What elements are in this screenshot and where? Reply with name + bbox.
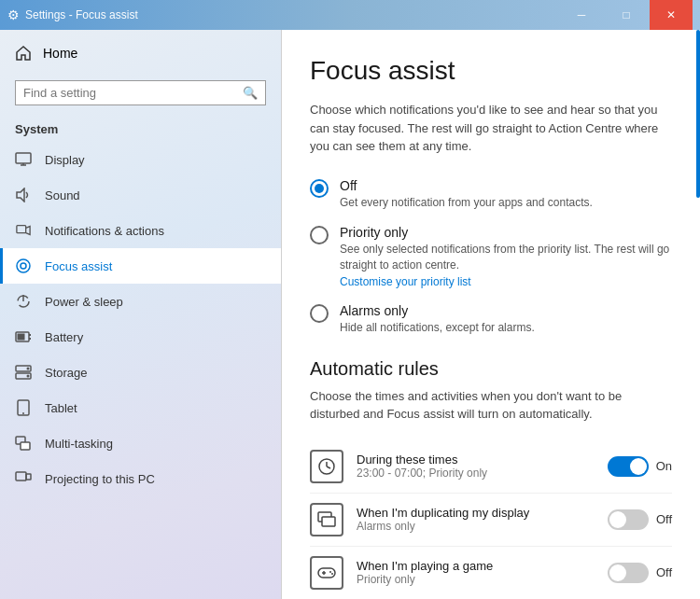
game-text: When I'm playing a game Priority only [357, 559, 595, 586]
svg-rect-0 [16, 153, 31, 163]
radio-alarms[interactable] [310, 304, 329, 323]
svg-point-18 [22, 412, 24, 414]
display-icon [15, 151, 32, 168]
sidebar-item-projecting[interactable]: Projecting to this PC [0, 461, 281, 496]
game-subtitle: Priority only [357, 573, 595, 586]
svg-rect-22 [26, 474, 31, 480]
duplicating-toggle-knob [609, 511, 626, 528]
multitasking-icon [15, 435, 32, 452]
during-times-toggle-label: On [656, 459, 672, 473]
focus-icon [15, 258, 32, 274]
svg-point-6 [21, 263, 26, 269]
option-off-label: Off [340, 178, 593, 193]
during-times-toggle[interactable] [608, 456, 649, 477]
sidebar-item-focus-assist[interactable]: Focus assist [0, 248, 281, 284]
radio-off[interactable] [310, 179, 329, 198]
sound-label: Sound [45, 188, 80, 202]
projecting-icon [15, 470, 32, 487]
svg-rect-27 [322, 517, 335, 526]
tablet-label: Tablet [45, 401, 77, 415]
power-icon [15, 293, 32, 310]
svg-point-5 [17, 259, 30, 272]
duplicate-display-icon [310, 503, 343, 536]
rule-playing-game: When I'm playing a game Priority only Of… [310, 547, 672, 599]
svg-point-15 [27, 368, 30, 370]
option-alarms-label: Alarms only [340, 303, 535, 318]
titlebar-left: ⚙ Settings - Focus assist [7, 7, 138, 22]
sidebar-section-label: System [0, 117, 281, 142]
option-off[interactable]: Off Get every notification from your app… [310, 178, 672, 211]
svg-rect-28 [318, 568, 335, 578]
search-box[interactable]: 🔍 [15, 80, 266, 105]
clock-icon [310, 450, 343, 483]
automatic-rules-desc: Choose the times and activities when you… [310, 387, 672, 424]
maximize-button[interactable]: □ [605, 0, 648, 30]
svg-rect-10 [18, 334, 25, 341]
sidebar-item-sound[interactable]: Sound [0, 177, 281, 213]
minimize-button[interactable]: ─ [560, 0, 603, 30]
scroll-indicator [696, 30, 700, 198]
during-times-title: During these times [357, 453, 595, 467]
titlebar: ⚙ Settings - Focus assist ─ □ ✕ [0, 0, 700, 30]
sidebar-item-power[interactable]: Power & sleep [0, 284, 281, 319]
during-times-text: During these times 23:00 - 07:00; Priori… [357, 453, 595, 480]
storage-icon [15, 364, 32, 381]
sound-icon [15, 187, 32, 203]
svg-rect-4 [17, 226, 26, 233]
rule-during-times: During these times 23:00 - 07:00; Priori… [310, 440, 672, 494]
sidebar-item-notifications[interactable]: Notifications & actions [0, 213, 281, 248]
titlebar-title: Settings - Focus assist [25, 8, 138, 21]
titlebar-controls: ─ □ ✕ [560, 0, 693, 30]
duplicating-toggle[interactable] [608, 509, 649, 530]
close-button[interactable]: ✕ [650, 0, 693, 30]
multitasking-label: Multi-tasking [45, 437, 113, 451]
option-priority-text: Priority only See only selected notifica… [340, 225, 672, 288]
option-priority-desc: See only selected notifications from the… [340, 242, 672, 273]
search-icon: 🔍 [243, 86, 258, 100]
during-times-toggle-knob [630, 458, 647, 475]
sidebar-item-storage[interactable]: Storage [0, 355, 281, 390]
svg-point-32 [331, 573, 333, 575]
gamepad-icon [310, 556, 343, 590]
focus-label: Focus assist [45, 259, 112, 273]
customise-priority-link[interactable]: Customise your priority list [340, 275, 672, 288]
game-toggle-container: Off [608, 563, 672, 583]
during-times-toggle-container: On [608, 456, 672, 477]
option-off-text: Off Get every notification from your app… [340, 178, 593, 211]
svg-point-31 [329, 571, 331, 573]
game-title: When I'm playing a game [357, 559, 595, 573]
option-alarms-text: Alarms only Hide all notifications, exce… [340, 303, 535, 336]
option-priority[interactable]: Priority only See only selected notifica… [310, 225, 672, 288]
rule-duplicating-display: When I'm duplicating my display Alarms o… [310, 494, 672, 547]
radio-priority[interactable] [310, 226, 329, 244]
sidebar-item-display[interactable]: Display [0, 142, 281, 177]
sidebar-item-battery[interactable]: Battery [0, 319, 281, 355]
game-toggle-knob [609, 564, 626, 581]
duplicating-text: When I'm duplicating my display Alarms o… [357, 506, 595, 533]
svg-rect-21 [16, 472, 26, 481]
home-icon [15, 45, 32, 62]
settings-icon: ⚙ [7, 7, 20, 22]
during-times-subtitle: 23:00 - 07:00; Priority only [357, 467, 595, 480]
game-toggle[interactable] [608, 563, 649, 583]
battery-label: Battery [45, 330, 83, 344]
svg-marker-3 [17, 188, 24, 202]
tablet-icon [15, 399, 32, 416]
game-toggle-label: Off [656, 565, 672, 579]
battery-icon [15, 328, 32, 345]
duplicating-toggle-label: Off [656, 512, 672, 526]
storage-label: Storage [45, 366, 88, 380]
duplicating-subtitle: Alarms only [357, 520, 595, 533]
duplicating-title: When I'm duplicating my display [357, 506, 595, 520]
search-input[interactable] [23, 86, 243, 100]
duplicating-toggle-container: Off [608, 509, 672, 530]
sidebar-item-tablet[interactable]: Tablet [0, 390, 281, 425]
sidebar-item-multitasking[interactable]: Multi-tasking [0, 425, 281, 461]
option-alarms-desc: Hide all notifications, except for alarm… [340, 320, 535, 336]
content-area: Focus assist Choose which notifications … [282, 30, 700, 599]
page-description: Choose which notifications you'd like to… [310, 101, 672, 156]
home-label: Home [43, 46, 77, 61]
option-alarms[interactable]: Alarms only Hide all notifications, exce… [310, 303, 672, 336]
automatic-rules-title: Automatic rules [310, 358, 672, 380]
sidebar-item-home[interactable]: Home [0, 30, 281, 77]
